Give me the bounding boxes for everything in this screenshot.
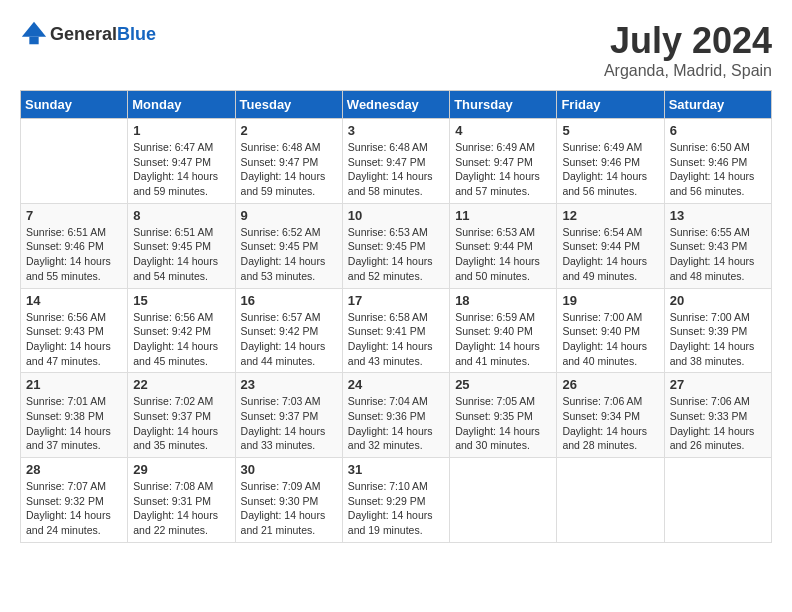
calendar-cell <box>450 458 557 543</box>
day-number: 24 <box>348 377 444 392</box>
calendar-week-row: 21Sunrise: 7:01 AMSunset: 9:38 PMDayligh… <box>21 373 772 458</box>
day-info: Sunrise: 7:06 AMSunset: 9:34 PMDaylight:… <box>562 394 658 453</box>
day-info: Sunrise: 7:03 AMSunset: 9:37 PMDaylight:… <box>241 394 337 453</box>
calendar-cell: 20Sunrise: 7:00 AMSunset: 9:39 PMDayligh… <box>664 288 771 373</box>
day-info: Sunrise: 6:57 AMSunset: 9:42 PMDaylight:… <box>241 310 337 369</box>
day-info: Sunrise: 7:00 AMSunset: 9:40 PMDaylight:… <box>562 310 658 369</box>
calendar-cell: 10Sunrise: 6:53 AMSunset: 9:45 PMDayligh… <box>342 203 449 288</box>
day-info: Sunrise: 6:56 AMSunset: 9:43 PMDaylight:… <box>26 310 122 369</box>
calendar-cell: 13Sunrise: 6:55 AMSunset: 9:43 PMDayligh… <box>664 203 771 288</box>
day-info: Sunrise: 7:06 AMSunset: 9:33 PMDaylight:… <box>670 394 766 453</box>
day-info: Sunrise: 7:07 AMSunset: 9:32 PMDaylight:… <box>26 479 122 538</box>
calendar-cell: 28Sunrise: 7:07 AMSunset: 9:32 PMDayligh… <box>21 458 128 543</box>
calendar-cell: 21Sunrise: 7:01 AMSunset: 9:38 PMDayligh… <box>21 373 128 458</box>
calendar-cell: 19Sunrise: 7:00 AMSunset: 9:40 PMDayligh… <box>557 288 664 373</box>
calendar-cell: 8Sunrise: 6:51 AMSunset: 9:45 PMDaylight… <box>128 203 235 288</box>
day-info: Sunrise: 6:53 AMSunset: 9:44 PMDaylight:… <box>455 225 551 284</box>
logo: GeneralBlue <box>20 20 156 48</box>
day-info: Sunrise: 7:02 AMSunset: 9:37 PMDaylight:… <box>133 394 229 453</box>
calendar-cell: 26Sunrise: 7:06 AMSunset: 9:34 PMDayligh… <box>557 373 664 458</box>
day-info: Sunrise: 6:53 AMSunset: 9:45 PMDaylight:… <box>348 225 444 284</box>
calendar-cell <box>557 458 664 543</box>
day-number: 3 <box>348 123 444 138</box>
calendar-cell: 18Sunrise: 6:59 AMSunset: 9:40 PMDayligh… <box>450 288 557 373</box>
calendar-cell: 3Sunrise: 6:48 AMSunset: 9:47 PMDaylight… <box>342 119 449 204</box>
logo-general-text: General <box>50 24 117 44</box>
calendar-cell: 24Sunrise: 7:04 AMSunset: 9:36 PMDayligh… <box>342 373 449 458</box>
calendar-cell: 30Sunrise: 7:09 AMSunset: 9:30 PMDayligh… <box>235 458 342 543</box>
calendar-week-row: 14Sunrise: 6:56 AMSunset: 9:43 PMDayligh… <box>21 288 772 373</box>
calendar-cell: 2Sunrise: 6:48 AMSunset: 9:47 PMDaylight… <box>235 119 342 204</box>
day-number: 23 <box>241 377 337 392</box>
day-number: 5 <box>562 123 658 138</box>
day-info: Sunrise: 6:51 AMSunset: 9:45 PMDaylight:… <box>133 225 229 284</box>
day-info: Sunrise: 6:48 AMSunset: 9:47 PMDaylight:… <box>348 140 444 199</box>
day-number: 1 <box>133 123 229 138</box>
day-number: 9 <box>241 208 337 223</box>
calendar-cell: 15Sunrise: 6:56 AMSunset: 9:42 PMDayligh… <box>128 288 235 373</box>
day-info: Sunrise: 7:00 AMSunset: 9:39 PMDaylight:… <box>670 310 766 369</box>
calendar-header-row: SundayMondayTuesdayWednesdayThursdayFrid… <box>21 91 772 119</box>
header-friday: Friday <box>557 91 664 119</box>
day-number: 26 <box>562 377 658 392</box>
calendar-cell: 16Sunrise: 6:57 AMSunset: 9:42 PMDayligh… <box>235 288 342 373</box>
header-tuesday: Tuesday <box>235 91 342 119</box>
calendar-week-row: 7Sunrise: 6:51 AMSunset: 9:46 PMDaylight… <box>21 203 772 288</box>
day-number: 27 <box>670 377 766 392</box>
day-number: 7 <box>26 208 122 223</box>
day-number: 22 <box>133 377 229 392</box>
day-number: 19 <box>562 293 658 308</box>
header-monday: Monday <box>128 91 235 119</box>
calendar-cell: 27Sunrise: 7:06 AMSunset: 9:33 PMDayligh… <box>664 373 771 458</box>
day-info: Sunrise: 6:49 AMSunset: 9:46 PMDaylight:… <box>562 140 658 199</box>
day-info: Sunrise: 7:10 AMSunset: 9:29 PMDaylight:… <box>348 479 444 538</box>
day-info: Sunrise: 6:55 AMSunset: 9:43 PMDaylight:… <box>670 225 766 284</box>
day-number: 31 <box>348 462 444 477</box>
header-thursday: Thursday <box>450 91 557 119</box>
day-info: Sunrise: 6:56 AMSunset: 9:42 PMDaylight:… <box>133 310 229 369</box>
day-number: 13 <box>670 208 766 223</box>
day-info: Sunrise: 6:58 AMSunset: 9:41 PMDaylight:… <box>348 310 444 369</box>
day-number: 2 <box>241 123 337 138</box>
day-number: 29 <box>133 462 229 477</box>
day-number: 18 <box>455 293 551 308</box>
day-number: 30 <box>241 462 337 477</box>
day-info: Sunrise: 6:59 AMSunset: 9:40 PMDaylight:… <box>455 310 551 369</box>
calendar-cell <box>664 458 771 543</box>
day-info: Sunrise: 6:47 AMSunset: 9:47 PMDaylight:… <box>133 140 229 199</box>
calendar-table: SundayMondayTuesdayWednesdayThursdayFrid… <box>20 90 772 543</box>
title-area: July 2024 Arganda, Madrid, Spain <box>604 20 772 80</box>
svg-marker-0 <box>22 22 46 37</box>
day-info: Sunrise: 7:04 AMSunset: 9:36 PMDaylight:… <box>348 394 444 453</box>
location-subtitle: Arganda, Madrid, Spain <box>604 62 772 80</box>
calendar-cell: 17Sunrise: 6:58 AMSunset: 9:41 PMDayligh… <box>342 288 449 373</box>
day-info: Sunrise: 6:49 AMSunset: 9:47 PMDaylight:… <box>455 140 551 199</box>
day-number: 4 <box>455 123 551 138</box>
day-info: Sunrise: 7:09 AMSunset: 9:30 PMDaylight:… <box>241 479 337 538</box>
month-year-title: July 2024 <box>604 20 772 62</box>
day-info: Sunrise: 6:51 AMSunset: 9:46 PMDaylight:… <box>26 225 122 284</box>
day-number: 6 <box>670 123 766 138</box>
day-info: Sunrise: 6:48 AMSunset: 9:47 PMDaylight:… <box>241 140 337 199</box>
calendar-cell: 25Sunrise: 7:05 AMSunset: 9:35 PMDayligh… <box>450 373 557 458</box>
calendar-cell: 4Sunrise: 6:49 AMSunset: 9:47 PMDaylight… <box>450 119 557 204</box>
svg-rect-1 <box>29 37 38 44</box>
calendar-cell: 31Sunrise: 7:10 AMSunset: 9:29 PMDayligh… <box>342 458 449 543</box>
day-number: 16 <box>241 293 337 308</box>
day-number: 25 <box>455 377 551 392</box>
day-info: Sunrise: 7:08 AMSunset: 9:31 PMDaylight:… <box>133 479 229 538</box>
day-number: 17 <box>348 293 444 308</box>
day-number: 21 <box>26 377 122 392</box>
header-saturday: Saturday <box>664 91 771 119</box>
day-number: 11 <box>455 208 551 223</box>
calendar-cell: 22Sunrise: 7:02 AMSunset: 9:37 PMDayligh… <box>128 373 235 458</box>
calendar-cell: 9Sunrise: 6:52 AMSunset: 9:45 PMDaylight… <box>235 203 342 288</box>
day-number: 12 <box>562 208 658 223</box>
day-number: 14 <box>26 293 122 308</box>
calendar-week-row: 1Sunrise: 6:47 AMSunset: 9:47 PMDaylight… <box>21 119 772 204</box>
day-number: 10 <box>348 208 444 223</box>
day-number: 20 <box>670 293 766 308</box>
day-info: Sunrise: 7:01 AMSunset: 9:38 PMDaylight:… <box>26 394 122 453</box>
header-wednesday: Wednesday <box>342 91 449 119</box>
calendar-week-row: 28Sunrise: 7:07 AMSunset: 9:32 PMDayligh… <box>21 458 772 543</box>
